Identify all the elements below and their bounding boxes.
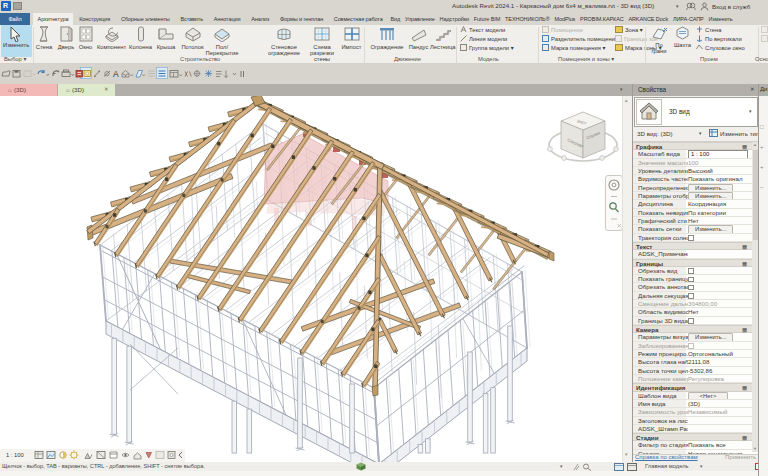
- svg-text:А: А: [113, 69, 119, 79]
